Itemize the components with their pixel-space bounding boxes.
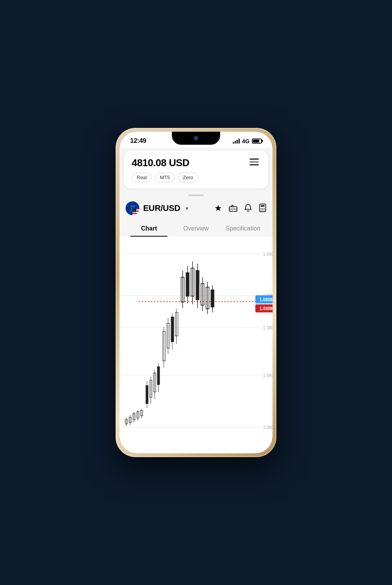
- camera-sensor: [194, 136, 198, 141]
- signal-bar-4: [238, 139, 240, 144]
- signal-bar-3: [237, 140, 238, 144]
- menu-button[interactable]: [248, 157, 260, 167]
- svg-text:1.08085: 1.08085: [260, 306, 273, 311]
- svg-text:1.08030: 1.08030: [263, 424, 273, 430]
- flag-svg: ★★★ ★ ★ ★★★: [126, 201, 139, 215]
- header-card: 4810.08 USD Real MT5 Zero: [124, 151, 268, 188]
- menu-line-2: [250, 162, 259, 163]
- briefcase-icon[interactable]: [229, 204, 237, 213]
- svg-point-14: [261, 208, 261, 209]
- tab-chart[interactable]: Chart: [126, 221, 173, 237]
- screen: 12:49 4G: [119, 132, 273, 453]
- network-type: 4G: [242, 138, 250, 144]
- svg-point-17: [261, 209, 261, 210]
- tabs: Chart Overview Specification: [119, 219, 273, 237]
- svg-point-15: [262, 208, 263, 209]
- tab-specification[interactable]: Specification: [219, 221, 266, 237]
- svg-rect-8: [132, 214, 139, 215]
- instrument-actions: ★: [214, 204, 266, 213]
- svg-point-19: [264, 209, 265, 210]
- status-right: 4G: [233, 138, 262, 144]
- signal-icon: [233, 138, 240, 144]
- svg-rect-46: [146, 386, 148, 404]
- svg-text:1.08085: 1.08085: [260, 297, 273, 302]
- phone-inner: 12:49 4G: [119, 132, 273, 453]
- svg-text:1.08053: 1.08053: [263, 373, 273, 378]
- balance-section: 4810.08 USD Real MT5 Zero: [132, 157, 198, 182]
- battery-fill: [253, 140, 259, 142]
- svg-rect-9: [132, 208, 136, 212]
- notch: [172, 132, 220, 145]
- status-bar: 12:49 4G: [119, 132, 273, 148]
- bell-icon[interactable]: [244, 204, 252, 213]
- status-time: 12:49: [130, 137, 146, 145]
- svg-text:1.08075: 1.08075: [263, 325, 273, 330]
- instrument-header: ★★★ ★ ★ ★★★: [119, 198, 273, 219]
- signal-bar-1: [233, 142, 234, 144]
- candles-group: [125, 261, 214, 426]
- currency-flag: ★★★ ★ ★ ★★★: [126, 201, 139, 215]
- svg-text:1.08097: 1.08097: [263, 251, 273, 257]
- menu-line-1: [250, 159, 259, 160]
- svg-rect-68: [196, 270, 199, 300]
- svg-point-18: [262, 209, 263, 210]
- drag-bar: [188, 194, 204, 196]
- instrument-left[interactable]: ★★★ ★ ★ ★★★: [126, 201, 188, 215]
- phone-frame: 12:49 4G: [116, 128, 276, 457]
- svg-rect-64: [186, 273, 189, 296]
- candlestick-chart-svg: 1.08097 1.08085 1.08075 1.08053 1.08030 …: [119, 237, 273, 453]
- svg-rect-58: [171, 317, 174, 342]
- phone-mockup: 12:49 4G: [116, 128, 276, 457]
- signal-bar-2: [235, 141, 236, 144]
- svg-rect-13: [261, 205, 265, 207]
- chevron-down-icon[interactable]: ▾: [186, 205, 188, 211]
- favorite-button[interactable]: ★: [214, 204, 222, 212]
- drag-handle: [119, 191, 273, 198]
- tag-mt5[interactable]: MT5: [155, 173, 175, 182]
- tag-zero[interactable]: Zero: [178, 173, 198, 182]
- menu-line-3: [250, 164, 259, 165]
- svg-rect-74: [211, 290, 214, 307]
- svg-point-16: [264, 208, 265, 209]
- account-tags: Real MT5 Zero: [132, 173, 198, 182]
- calculator-icon[interactable]: [259, 204, 266, 213]
- tag-real[interactable]: Real: [132, 173, 152, 182]
- balance-amount: 4810.08 USD: [132, 157, 198, 169]
- svg-rect-52: [157, 367, 160, 385]
- tab-overview[interactable]: Overview: [173, 221, 220, 237]
- chart-area[interactable]: 1.08097 1.08085 1.08075 1.08053 1.08030 …: [119, 237, 273, 453]
- battery-icon: [252, 139, 262, 144]
- instrument-name: EUR/USD: [143, 203, 180, 213]
